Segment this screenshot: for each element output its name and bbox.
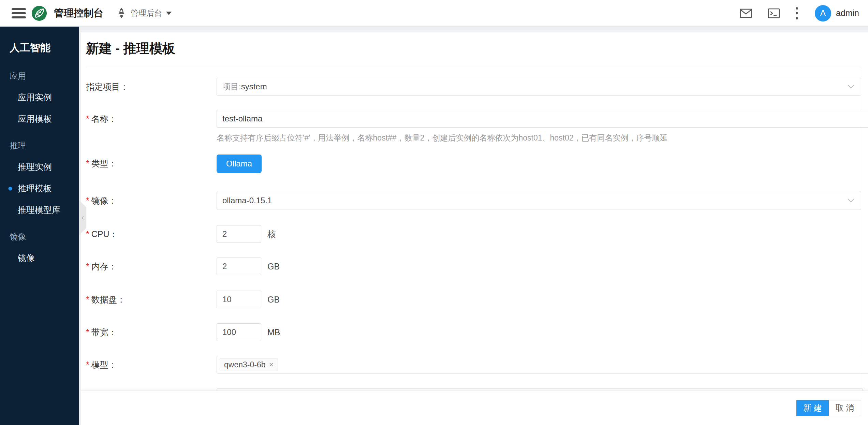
brand-logo-icon [31, 5, 47, 21]
terminal-icon[interactable] [768, 8, 780, 18]
project-label: 指定项目： [86, 78, 129, 96]
bandwidth-input[interactable] [217, 323, 261, 341]
page-title: 新建 - 推理模板 [86, 40, 175, 57]
cpu-input[interactable] [217, 225, 261, 243]
project-select-prefix: 项目: [222, 81, 241, 92]
cancel-button[interactable]: 取 消 [829, 400, 861, 416]
model-tag-text: qwen3-0-6b [224, 360, 265, 369]
sidebar-group-apps: 应用 [10, 71, 79, 82]
form-card: 新建 - 推理模板 指定项目： 项目: system [81, 32, 868, 425]
model-label: *模型： [86, 356, 117, 373]
active-dot-icon [9, 187, 12, 190]
required-marker: * [86, 229, 89, 239]
type-option-ollama[interactable]: Ollama [217, 155, 262, 173]
required-marker: * [86, 196, 89, 205]
model-tag: qwen3-0-6b × [220, 358, 278, 371]
name-input[interactable] [217, 110, 868, 128]
image-select-value: ollama-0.15.1 [222, 196, 272, 205]
bandwidth-unit: MB [267, 323, 280, 341]
required-marker: * [86, 114, 89, 123]
memory-unit: GB [267, 258, 280, 275]
disk-unit: GB [267, 291, 280, 308]
workspace-selector[interactable]: 管理后台 [131, 8, 162, 18]
close-icon[interactable]: × [269, 360, 274, 369]
sidebar-group-images: 镜像 [10, 231, 79, 242]
kebab-menu-icon[interactable] [796, 7, 798, 19]
sidebar-item-inference-model-library[interactable]: 推理模型库 [18, 204, 79, 216]
chevron-down-icon [847, 84, 855, 89]
sidebar-item-app-instances[interactable]: 应用实例 [18, 92, 79, 103]
form-row-memory: *内存： GB [86, 258, 868, 276]
form-row-bandwidth: *带宽： MB [86, 323, 868, 342]
username[interactable]: admin [836, 8, 859, 18]
image-label: *镜像： [86, 192, 117, 209]
form-footer: 新 建 取 消 [81, 391, 868, 425]
caret-down-icon[interactable] [166, 12, 172, 15]
sidebar-item-inference-instances[interactable]: 推理实例 [18, 161, 79, 173]
bandwidth-label: *带宽： [86, 323, 117, 341]
main-content: 新建 - 推理模板 指定项目： 项目: system [79, 27, 868, 425]
create-button[interactable]: 新 建 [796, 400, 829, 416]
name-label: *名称： [86, 110, 117, 128]
rocket-icon [116, 8, 127, 19]
title-divider [86, 67, 861, 67]
image-select[interactable]: ollama-0.15.1 [217, 192, 861, 209]
form-row-disk: *数据盘： GB [86, 291, 868, 309]
avatar[interactable]: A [815, 5, 831, 21]
form-row-project: 指定项目： 项目: system [86, 78, 868, 96]
form-row-model: *模型： qwen3-0-6b × [86, 356, 868, 374]
required-marker: * [86, 360, 89, 369]
cpu-unit: 核 [267, 225, 276, 243]
sidebar: 人工智能 应用 应用实例 应用模板 推理 推理实例 推理模板 推理模型库 镜像 … [0, 27, 79, 425]
disk-input[interactable] [217, 291, 261, 308]
memory-label: *内存： [86, 258, 117, 275]
sidebar-item-inference-templates[interactable]: 推理模板 [18, 183, 79, 194]
product-title: 管理控制台 [54, 6, 103, 20]
required-marker: * [86, 295, 89, 304]
cpu-label: *CPU： [86, 225, 118, 243]
sidebar-item-images[interactable]: 镜像 [18, 252, 79, 264]
disk-label: *数据盘： [86, 291, 126, 308]
type-label: *类型： [86, 155, 117, 172]
project-select-value: system [241, 82, 267, 91]
model-multiselect[interactable]: qwen3-0-6b × [217, 356, 868, 373]
form-row-name-hint: 名称支持有序后缀占位符'#'，用法举例，名称host##，数量2，创建后实例的名… [86, 132, 868, 143]
form-row-image: *镜像： ollama-0.15.1 [86, 192, 868, 210]
chevron-left-icon: ‹ [82, 214, 84, 221]
topbar: 管理控制台 管理后台 A admin [0, 0, 868, 27]
required-marker: * [86, 262, 89, 271]
name-hint: 名称支持有序后缀占位符'#'，用法举例，名称host##，数量2，创建后实例的名… [217, 132, 668, 143]
sidebar-item-app-templates[interactable]: 应用模板 [18, 113, 79, 124]
required-marker: * [86, 327, 89, 337]
sidebar-title: 人工智能 [10, 41, 79, 55]
required-marker: * [86, 159, 89, 168]
project-select[interactable]: 项目: system [217, 78, 861, 96]
app-window: 管理控制台 管理后台 A admin 人工智能 应用 [0, 0, 868, 425]
form-row-type: *类型： Ollama [86, 155, 868, 173]
form-row-name: *名称： [86, 110, 868, 128]
sidebar-group-inference: 推理 [10, 140, 79, 151]
mail-icon[interactable] [740, 8, 752, 18]
form-scroll-area: 新建 - 推理模板 指定项目： 项目: system [81, 32, 868, 391]
chevron-down-icon [847, 198, 855, 203]
form-row-cpu: *CPU： 核 [86, 225, 868, 244]
menu-icon[interactable] [12, 8, 26, 18]
memory-input[interactable] [217, 258, 261, 275]
